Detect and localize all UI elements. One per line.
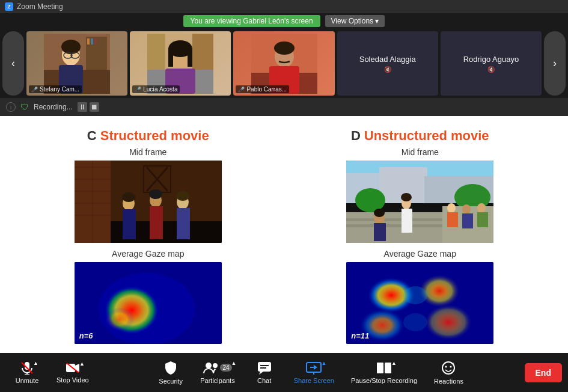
reactions-button[interactable]: + Reactions — [426, 357, 472, 388]
share-screen-icon: ▲ — [306, 361, 322, 375]
svg-point-8 — [61, 40, 81, 54]
participant-label-pablo: 🎤 Pablo Carras... — [236, 85, 289, 93]
pause-recording-button[interactable]: ⏸ — [78, 102, 87, 112]
svg-point-66 — [477, 203, 486, 213]
toolbar-left: ▲ Unmute ▲ Stop Video — [6, 358, 97, 388]
unstructured-movie-column: D Unstructured movie Mid frame — [296, 128, 545, 344]
svg-marker-91 — [259, 372, 263, 375]
svg-point-56 — [355, 188, 385, 212]
svg-rect-99 — [377, 363, 383, 373]
svg-rect-65 — [462, 213, 473, 228]
slide-container: C Structured movie Mid frame — [24, 128, 544, 344]
participant-thumb-lucia: 🎤 Lucía Acosta — [130, 31, 231, 96]
svg-point-80 — [403, 313, 427, 331]
screen-share-notice: You are viewing Gabriel León's screen — [183, 15, 320, 27]
column-letter-d: D — [351, 128, 361, 144]
participants-icon: 24 ▲ — [203, 361, 231, 375]
shield-icon: 🛡 — [20, 102, 29, 112]
recording-bar: i 🛡 Recording... ⏸ ⏹ — [0, 98, 568, 116]
structured-movie-frame — [75, 161, 222, 243]
unstructured-title: Unstructured movie — [364, 128, 489, 144]
column-letter-c: C — [87, 128, 97, 144]
end-button[interactable]: End — [525, 363, 562, 382]
svg-rect-14 — [192, 34, 213, 70]
svg-rect-46 — [177, 208, 190, 239]
participant-label-lucia: 🎤 Lucía Acosta — [132, 85, 180, 93]
svg-rect-15 — [147, 34, 165, 70]
svg-text:+: + — [452, 361, 455, 367]
prev-participant-arrow[interactable]: ‹ — [2, 31, 24, 96]
stop-video-button[interactable]: ▲ Stop Video — [48, 358, 97, 387]
svg-point-73 — [374, 209, 385, 217]
svg-point-51 — [105, 307, 135, 331]
chat-button[interactable]: Chat — [243, 358, 286, 388]
svg-point-62 — [447, 203, 456, 213]
participants-button[interactable]: 24 ▲ Participants — [192, 358, 243, 388]
svg-point-47 — [176, 191, 189, 201]
svg-rect-69 — [402, 209, 412, 233]
unstructured-n-label: n=11 — [351, 331, 369, 340]
svg-point-102 — [445, 366, 447, 367]
shared-screen: C Structured movie Mid frame — [0, 116, 568, 353]
notification-bar: You are viewing Gabriel León's screen Vi… — [0, 13, 568, 29]
recording-status: Recording... — [34, 103, 73, 111]
unstructured-frame-label: Mid frame — [402, 147, 439, 157]
structured-heatmap: n=6 — [75, 262, 222, 345]
svg-point-44 — [149, 189, 162, 199]
zoom-app-icon: Z — [5, 2, 13, 11]
reactions-icon: + — [441, 361, 456, 375]
toolbar: ▲ Unmute ▲ Stop Video — [0, 353, 568, 392]
structured-n-label: n=6 — [79, 331, 93, 340]
pause-stop-recording-button[interactable]: ▲ Pause/Stop Recording — [343, 358, 426, 388]
participant-thumb-soledad: Soledad Alaggia 🔇 — [337, 31, 438, 96]
svg-rect-4 — [91, 38, 93, 44]
security-button[interactable]: Security — [150, 357, 192, 388]
svg-rect-100 — [385, 363, 391, 373]
svg-point-64 — [462, 204, 471, 214]
chat-icon — [257, 361, 272, 375]
svg-point-41 — [122, 192, 135, 202]
svg-rect-43 — [150, 206, 163, 239]
stop-recording-button[interactable]: ⏹ — [90, 102, 99, 112]
svg-point-88 — [206, 363, 212, 369]
unstructured-heatmap: n=11 — [346, 262, 493, 345]
participant-label-stefany: 🎤 Stefany Cam... — [29, 85, 82, 93]
video-icon: ▲ — [66, 362, 80, 374]
participant-thumb-rodrigo: Rodrigo Aguayo 🔇 — [441, 31, 542, 96]
svg-point-25 — [274, 41, 295, 55]
svg-point-89 — [213, 363, 218, 368]
unstructured-movie-frame — [346, 161, 493, 243]
mic-icon: ▲ — [20, 361, 34, 375]
toolbar-center: Security 24 ▲ Participants — [150, 357, 472, 388]
participant-thumb-pablo: 🎤 Pablo Carras... — [233, 31, 334, 96]
structured-title: Structured movie — [100, 128, 209, 144]
titlebar: Z Zoom Meeting — [0, 0, 568, 13]
structured-gaze-label: Average Gaze map — [112, 249, 184, 259]
svg-rect-85 — [66, 364, 75, 372]
svg-point-78 — [424, 304, 472, 340]
svg-point-70 — [401, 193, 412, 201]
svg-rect-90 — [258, 362, 271, 372]
svg-rect-67 — [477, 212, 488, 227]
structured-movie-column: C Structured movie Mid frame — [24, 128, 272, 344]
participant-thumb-stefany: 🎤 Stefany Cam... — [26, 31, 127, 96]
svg-rect-40 — [123, 209, 136, 239]
share-screen-button[interactable]: ▲ Share Screen — [286, 358, 343, 388]
toolbar-right: End — [525, 363, 562, 382]
svg-marker-95 — [314, 365, 317, 370]
svg-rect-5 — [94, 38, 97, 44]
recording-icon: ▲ — [376, 361, 392, 375]
svg-rect-20 — [188, 49, 192, 67]
svg-rect-3 — [87, 38, 90, 44]
svg-point-79 — [403, 286, 427, 304]
svg-rect-19 — [168, 49, 173, 67]
structured-frame-label: Mid frame — [129, 147, 166, 157]
unstructured-gaze-label: Average Gaze map — [384, 249, 456, 259]
info-icon: i — [6, 102, 16, 112]
unmute-button[interactable]: ▲ Unmute — [6, 358, 48, 388]
next-participant-arrow[interactable]: › — [544, 31, 566, 96]
app-title: Zoom Meeting — [17, 2, 63, 11]
security-icon — [164, 361, 177, 375]
svg-rect-72 — [374, 223, 386, 241]
view-options-button[interactable]: View Options ▾ — [325, 15, 385, 27]
